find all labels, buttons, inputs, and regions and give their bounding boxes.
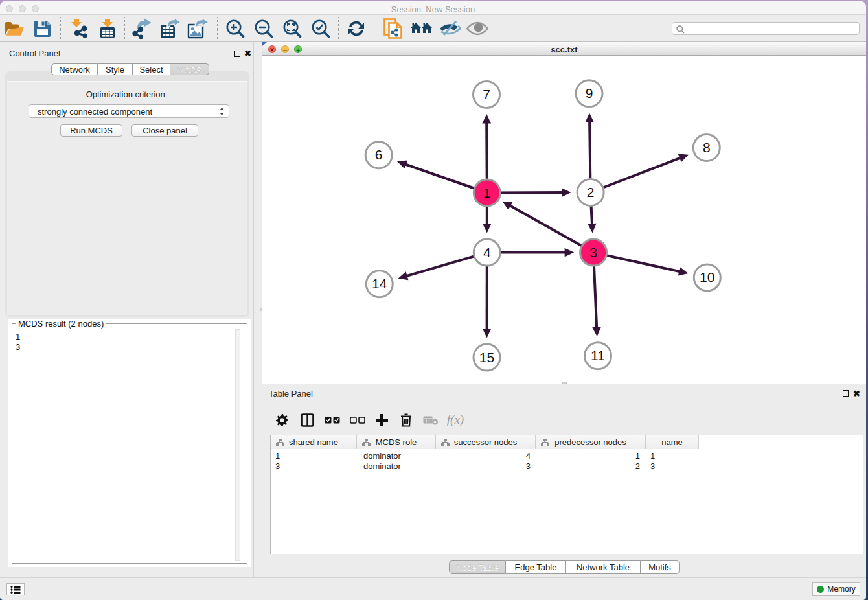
svg-text:9: 9 xyxy=(586,86,593,100)
svg-text:11: 11 xyxy=(591,348,605,363)
svg-text:2: 2 xyxy=(587,185,595,200)
svg-text:15: 15 xyxy=(479,350,494,365)
svg-text:10: 10 xyxy=(700,270,714,284)
svg-text:8: 8 xyxy=(703,140,711,155)
svg-text:3: 3 xyxy=(589,245,597,260)
svg-text:1: 1 xyxy=(483,185,491,200)
svg-text:7: 7 xyxy=(483,87,490,102)
svg-text:6: 6 xyxy=(375,147,383,162)
svg-text:14: 14 xyxy=(372,276,387,291)
svg-text:4: 4 xyxy=(483,245,491,260)
